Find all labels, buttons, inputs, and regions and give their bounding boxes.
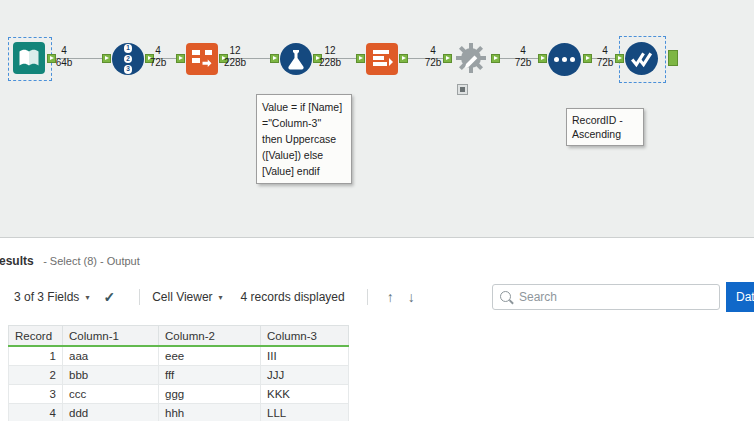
- cell-viewer-label: Cell Viewer: [152, 290, 212, 304]
- record-number-cell[interactable]: 2: [9, 366, 63, 385]
- rows-icon: [366, 43, 398, 75]
- arrange-tool[interactable]: [366, 43, 398, 75]
- connection-label: 472b: [591, 45, 619, 69]
- output-anchor[interactable]: [668, 50, 678, 66]
- sort-tool[interactable]: [548, 43, 581, 76]
- sort-annotation[interactable]: RecordID - Ascending: [566, 108, 644, 146]
- flask-icon: [280, 43, 312, 75]
- search-icon: [500, 291, 511, 302]
- connection-anchor[interactable]: [102, 54, 111, 63]
- book-icon: [13, 42, 45, 74]
- double-check-icon: [625, 42, 658, 75]
- scroll-up-button[interactable]: ↑: [387, 289, 394, 305]
- connection-anchor[interactable]: [356, 54, 365, 63]
- recordid-tool[interactable]: 1 2 3: [112, 43, 144, 75]
- fields-dropdown-label: 3 of 3 Fields: [14, 290, 79, 304]
- table-row: 1aaaeeeIII: [9, 346, 349, 366]
- dots-icon: [554, 57, 575, 62]
- results-toolbar: 3 of 3 Fields ▾ ✓ Cell Viewer ▾ 4 record…: [0, 282, 754, 312]
- connection-label: 12228b: [218, 45, 252, 69]
- connection-label: 464b: [50, 45, 78, 69]
- column-header[interactable]: Column-1: [63, 326, 159, 347]
- column-header[interactable]: Record: [9, 326, 63, 347]
- table-row: 2bbbfffJJJ: [9, 366, 349, 385]
- select-icon: [186, 43, 218, 75]
- data-button[interactable]: Dat: [726, 282, 754, 312]
- data-cell[interactable]: hhh: [159, 404, 261, 421]
- chevron-down-icon: ▾: [85, 293, 89, 302]
- connection-anchor[interactable]: [538, 54, 547, 63]
- gear-icon: [453, 40, 489, 76]
- fields-dropdown[interactable]: 3 of 3 Fields ▾: [14, 290, 89, 304]
- data-cell[interactable]: ddd: [63, 404, 159, 421]
- digit-3: 3: [124, 65, 133, 74]
- select-tool[interactable]: [186, 43, 218, 75]
- table-row: 4dddhhhLLL: [9, 404, 349, 421]
- data-cell[interactable]: fff: [159, 366, 261, 385]
- connection-anchor[interactable]: [176, 54, 185, 63]
- records-displayed-label: 4 records displayed: [241, 290, 345, 304]
- data-cell[interactable]: KKK: [261, 385, 349, 404]
- data-cell[interactable]: bbb: [63, 366, 159, 385]
- column-header[interactable]: Column-3: [261, 326, 349, 347]
- results-table: RecordColumn-1Column-2Column-3 1aaaeeeII…: [8, 325, 349, 421]
- formula-annotation[interactable]: Value = if [Name] ="Column-3" then Upper…: [256, 94, 352, 184]
- record-number-cell[interactable]: 4: [9, 404, 63, 421]
- data-cell[interactable]: ccc: [63, 385, 159, 404]
- search-box: [492, 284, 720, 310]
- results-table-head-row: RecordColumn-1Column-2Column-3: [9, 326, 349, 347]
- unique-tool[interactable]: [625, 42, 658, 75]
- alteryx-designer-window: 1 2 3: [0, 0, 754, 421]
- macro-tool[interactable]: [453, 40, 489, 76]
- cell-viewer-dropdown[interactable]: Cell Viewer ▾: [152, 290, 222, 304]
- record-number-cell[interactable]: 1: [9, 346, 63, 366]
- table-row: 3cccgggKKK: [9, 385, 349, 404]
- connection-label: 12228b: [313, 45, 347, 69]
- workflow-canvas[interactable]: 1 2 3: [0, 0, 754, 238]
- connection-anchor[interactable]: [491, 54, 500, 63]
- results-pane: esults - Select (8) - Output 3 of 3 Fiel…: [0, 238, 754, 421]
- formula-tool[interactable]: [280, 43, 312, 75]
- results-table-wrap: RecordColumn-1Column-2Column-3 1aaaeeeII…: [8, 325, 349, 421]
- digit-1: 1: [124, 44, 133, 53]
- results-header: esults - Select (8) - Output: [0, 251, 140, 269]
- connection-anchor[interactable]: [399, 54, 408, 63]
- scroll-down-button[interactable]: ↓: [408, 289, 415, 305]
- chevron-down-icon: ▾: [219, 293, 223, 302]
- recordid-icon: 1 2 3: [124, 44, 133, 74]
- data-cell[interactable]: ggg: [159, 385, 261, 404]
- tool-indicator-icon: [457, 84, 468, 95]
- connection-label: 472b: [509, 45, 537, 69]
- results-subtitle: - Select (8) - Output: [43, 255, 140, 267]
- connection-label: 472b: [419, 45, 447, 69]
- apply-check-icon[interactable]: ✓: [103, 289, 115, 305]
- data-cell[interactable]: aaa: [63, 346, 159, 366]
- data-cell[interactable]: eee: [159, 346, 261, 366]
- column-header[interactable]: Column-2: [159, 326, 261, 347]
- results-table-body: 1aaaeeeIII2bbbfffJJJ3cccgggKKK4dddhhhLLL: [9, 346, 349, 421]
- text-input-tool[interactable]: [13, 42, 45, 74]
- data-cell[interactable]: JJJ: [261, 366, 349, 385]
- toolbar-divider: [367, 289, 368, 305]
- toolbar-divider: [139, 289, 140, 305]
- data-cell[interactable]: LLL: [261, 404, 349, 421]
- data-cell[interactable]: III: [261, 346, 349, 366]
- record-number-cell[interactable]: 3: [9, 385, 63, 404]
- connection-label: 472b: [144, 45, 172, 69]
- connection-anchor[interactable]: [270, 54, 279, 63]
- digit-2: 2: [124, 55, 133, 64]
- results-title: esults: [0, 254, 34, 268]
- search-input[interactable]: [492, 284, 720, 310]
